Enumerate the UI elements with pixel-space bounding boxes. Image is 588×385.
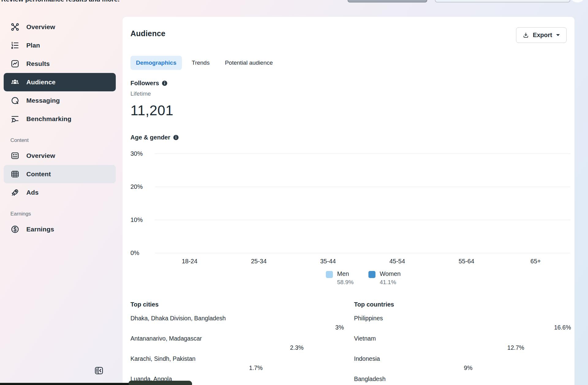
geo-name: Vietnam (354, 335, 571, 342)
geo-row: Vietnam12.7% (354, 335, 571, 353)
collapse-sidebar-icon[interactable] (94, 367, 104, 375)
geo-row: Dhaka, Dhaka Division, Bangladesh3% (130, 315, 346, 333)
geo-name: Philippines (354, 315, 571, 322)
gridline (155, 253, 570, 253)
top-cities-title: Top cities (130, 301, 346, 308)
benchmarking-search-icon (10, 114, 20, 124)
chart-legend: Men58.9%Women41.1% (155, 270, 571, 286)
geo-percent: 3% (335, 324, 344, 331)
sidebar-item-overview[interactable]: Overview (4, 18, 116, 36)
sidebar-item-results[interactable]: Results (4, 55, 116, 73)
sidebar-item-label: Audience (26, 78, 55, 86)
geo-percent: 2.3% (290, 344, 303, 351)
x-axis-tick-label: 45-54 (363, 258, 432, 265)
geo-bar-track: 9% (354, 364, 571, 373)
geo-bar-track: 16.6% (354, 323, 571, 333)
geo-bar-track: 12.7% (354, 344, 571, 353)
sidebar-item-overview[interactable]: Overview (4, 147, 116, 165)
geo-bar-track: 2.3% (130, 344, 346, 353)
sidebar-item-label: Plan (26, 42, 40, 49)
overview-hub-icon (10, 22, 20, 32)
download-icon (522, 32, 529, 39)
sidebar-item-earnings[interactable]: Earnings (4, 220, 116, 238)
ads-rocket-icon (10, 188, 20, 197)
legend-swatch-icon (326, 271, 333, 278)
sidebar-item-ads[interactable]: Ads (4, 183, 116, 202)
geo-name: Karachi, Sindh, Pakistan (130, 355, 346, 363)
page-title: Audience (130, 27, 165, 38)
geo-percent: 1.7% (249, 364, 262, 372)
sidebar-item-label: Messaging (26, 97, 60, 104)
audience-people-icon (10, 78, 20, 87)
age-gender-label: Age & gender (130, 134, 170, 141)
sidebar: OverviewPlanResultsAudienceMessagingBenc… (0, 0, 119, 385)
topbar-partial-button-left[interactable] (348, 0, 427, 2)
geo-name: Dhaka, Dhaka Division, Bangladesh (130, 315, 346, 322)
geo-name: Bangladesh (354, 375, 571, 383)
geo-bar-track: 3% (130, 323, 346, 333)
sidebar-item-label: Ads (26, 189, 39, 196)
sidebar-item-content[interactable]: Content (4, 165, 116, 183)
sidebar-item-label: Overview (26, 23, 55, 31)
sidebar-item-label: Overview (26, 152, 55, 159)
geo-row: Philippines16.6% (354, 315, 571, 333)
x-axis-tick-label: 18-24 (155, 258, 224, 265)
tab-trends[interactable]: Trends (186, 56, 215, 70)
legend-item-men: Men58.9% (326, 270, 354, 286)
sidebar-item-label: Results (26, 60, 50, 67)
topbar-partial-avatar[interactable] (570, 0, 586, 2)
info-icon[interactable] (162, 80, 168, 86)
sidebar-item-benchmarking[interactable]: Benchmarking (4, 110, 116, 128)
gridline (155, 187, 570, 187)
sidebar-item-plan[interactable]: Plan (4, 36, 116, 55)
info-icon[interactable] (173, 135, 179, 140)
tabs: DemographicsTrendsPotential audience (130, 56, 571, 70)
gridline (155, 220, 570, 220)
legend-series-share: 41.1% (380, 279, 401, 286)
x-axis-tick-label: 25-34 (224, 258, 293, 265)
top-cities-section: Top cities Dhaka, Dhaka Division, Bangla… (130, 301, 346, 385)
chevron-down-icon (556, 34, 560, 36)
geo-percent: 9% (464, 364, 473, 372)
y-axis-tick-label: 20% (130, 183, 145, 190)
legend-series-name: Women (380, 270, 401, 277)
geo-row: Bangladesh7.8% (354, 375, 571, 385)
results-chart-icon (10, 59, 20, 68)
geo-name: Antananarivo, Madagascar (130, 335, 346, 342)
top-countries-section: Top countries Philippines16.6%Vietnam12.… (354, 301, 571, 385)
followers-period: Lifetime (130, 90, 571, 97)
sidebar-item-label: Earnings (26, 226, 54, 233)
messaging-bubble-icon (10, 96, 20, 105)
earnings-dollar-icon (10, 225, 20, 234)
export-label: Export (533, 32, 552, 39)
legend-series-share: 58.9% (337, 279, 354, 286)
geo-bar-track: 1.7% (130, 364, 346, 373)
tab-potential-audience[interactable]: Potential audience (219, 56, 278, 70)
audience-card: Audience Export DemographicsTrendsPotent… (123, 17, 575, 385)
tab-demographics[interactable]: Demographics (130, 56, 182, 70)
y-axis-tick-label: 10% (130, 216, 145, 223)
topbar-partial-button-right[interactable] (435, 0, 570, 2)
content-overview-icon (10, 151, 20, 160)
geo-percent: 16.6% (554, 324, 571, 331)
geo-row: Antananarivo, Madagascar2.3% (130, 335, 346, 353)
x-axis-tick-label: 65+ (501, 258, 570, 265)
y-axis-tick-label: 0% (130, 250, 145, 257)
gridline (155, 154, 570, 154)
plan-list-icon (10, 41, 20, 50)
sidebar-item-label: Content (26, 170, 51, 178)
geo-row: Karachi, Sindh, Pakistan1.7% (130, 355, 346, 373)
sidebar-item-messaging[interactable]: Messaging (4, 91, 116, 110)
export-button[interactable]: Export (516, 27, 567, 43)
sidebar-section-header: Earnings (10, 211, 119, 217)
followers-count: 11,201 (130, 102, 571, 119)
geo-row: Indonesia9% (354, 355, 571, 373)
sidebar-item-audience[interactable]: Audience (4, 73, 116, 91)
content-grid-icon (10, 170, 20, 179)
x-axis-tick-label: 55-64 (432, 258, 501, 265)
geo-percent: 12.7% (507, 344, 524, 351)
legend-series-name: Men (337, 270, 354, 277)
page: Review performance results and more. Ove… (0, 0, 588, 385)
geo-name: Indonesia (354, 355, 571, 363)
age-gender-chart: 30%20%10%0% (130, 154, 571, 253)
